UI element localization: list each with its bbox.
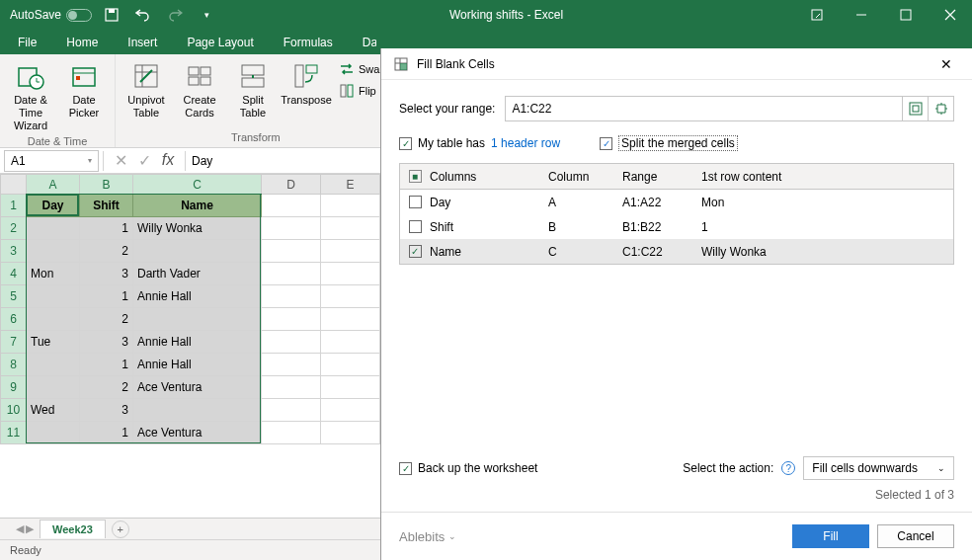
cell[interactable]: [133, 308, 262, 331]
cell[interactable]: [262, 331, 321, 354]
expand-range-icon[interactable]: [928, 97, 953, 120]
cell[interactable]: [27, 285, 80, 308]
row-header[interactable]: 10: [1, 399, 27, 422]
col-header[interactable]: A: [27, 175, 80, 195]
cell[interactable]: [27, 354, 80, 376]
tab-home[interactable]: Home: [52, 31, 112, 54]
cancel-button[interactable]: Cancel: [877, 524, 954, 548]
tab-file[interactable]: File: [4, 31, 50, 54]
cell[interactable]: Mon: [27, 263, 80, 285]
cell[interactable]: [27, 422, 80, 444]
cell[interactable]: Darth Vader: [133, 263, 262, 285]
cell[interactable]: Wed: [27, 399, 80, 422]
range-input[interactable]: [505, 96, 954, 121]
ribbon-options-icon[interactable]: [794, 0, 839, 30]
checkbox-unchecked-icon[interactable]: [409, 196, 422, 208]
cell[interactable]: [133, 399, 262, 422]
cell[interactable]: 1: [80, 422, 133, 444]
maximize-icon[interactable]: [883, 0, 928, 30]
close-icon[interactable]: [928, 0, 972, 30]
date-time-wizard-button[interactable]: Date & Time Wizard: [6, 58, 55, 133]
table-row[interactable]: Day A A1:A22 Mon: [400, 190, 953, 214]
sheet-nav-prev-icon[interactable]: ◀: [16, 522, 24, 535]
col-header[interactable]: C: [133, 175, 262, 195]
cell[interactable]: [133, 240, 262, 263]
cell[interactable]: [321, 195, 380, 217]
cell[interactable]: [27, 240, 80, 263]
row-header[interactable]: 6: [1, 308, 27, 331]
fill-button[interactable]: Fill: [792, 524, 869, 548]
cell[interactable]: Ace Ventura: [133, 422, 262, 444]
cell[interactable]: [262, 354, 321, 376]
add-sheet-icon[interactable]: +: [112, 520, 129, 538]
date-picker-button[interactable]: Date Picker: [59, 58, 109, 120]
cell[interactable]: [321, 285, 380, 308]
autosave-toggle[interactable]: AutoSave: [10, 8, 92, 22]
cell[interactable]: Day: [27, 195, 80, 217]
cell[interactable]: 2: [80, 308, 133, 331]
cell[interactable]: 2: [80, 376, 133, 399]
cell[interactable]: 3: [80, 331, 133, 354]
cell[interactable]: 1: [80, 217, 133, 240]
cell[interactable]: Annie Hall: [133, 331, 262, 354]
split-merged-checkbox[interactable]: ✓ Split the merged cells: [600, 135, 738, 151]
cell[interactable]: 3: [80, 263, 133, 285]
cell[interactable]: [27, 376, 80, 399]
fx-icon[interactable]: fx: [157, 151, 179, 170]
table-row[interactable]: Shift B B1:B22 1: [400, 214, 953, 239]
cell[interactable]: Tue: [27, 331, 80, 354]
cell[interactable]: [262, 399, 321, 422]
cell[interactable]: [262, 263, 321, 285]
cell[interactable]: [27, 217, 80, 240]
unpivot-table-button[interactable]: Unpivot Table: [122, 58, 171, 120]
row-header[interactable]: 7: [1, 331, 27, 354]
create-cards-button[interactable]: Create Cards: [175, 58, 224, 120]
cell[interactable]: Annie Hall: [133, 285, 262, 308]
qat-dropdown-icon[interactable]: ▾: [195, 3, 218, 27]
enter-formula-icon[interactable]: ✓: [133, 151, 155, 170]
tab-page-layout[interactable]: Page Layout: [173, 31, 267, 54]
cell[interactable]: Ace Ventura: [133, 376, 262, 399]
cell[interactable]: [262, 195, 321, 217]
cancel-formula-icon[interactable]: ✕: [110, 151, 131, 170]
col-header[interactable]: D: [262, 175, 321, 195]
tab-formulas[interactable]: Formulas: [270, 31, 347, 54]
select-all-corner[interactable]: [1, 175, 27, 195]
cell[interactable]: [321, 354, 380, 376]
cell[interactable]: [262, 376, 321, 399]
cell[interactable]: [262, 308, 321, 331]
undo-icon[interactable]: [131, 3, 155, 27]
header-row-checkbox[interactable]: ✓ My table has 1 header row: [399, 135, 560, 151]
cell[interactable]: [262, 285, 321, 308]
row-header[interactable]: 4: [1, 263, 27, 285]
backup-checkbox[interactable]: ✓ Back up the worksheet: [399, 461, 537, 475]
cell[interactable]: Annie Hall: [133, 354, 262, 376]
checkbox-mixed-icon[interactable]: ■: [409, 170, 422, 183]
row-header[interactable]: 3: [1, 240, 27, 263]
row-header[interactable]: 1: [1, 195, 27, 217]
cell[interactable]: [262, 422, 321, 444]
cell[interactable]: [27, 308, 80, 331]
cell[interactable]: 1: [80, 354, 133, 376]
cell[interactable]: 1: [80, 285, 133, 308]
cell[interactable]: Shift: [80, 195, 133, 217]
help-icon[interactable]: ?: [781, 461, 795, 475]
cell[interactable]: [321, 217, 380, 240]
row-header[interactable]: 5: [1, 285, 27, 308]
cell[interactable]: [262, 240, 321, 263]
cell[interactable]: [321, 263, 380, 285]
save-icon[interactable]: [100, 3, 123, 27]
tab-data[interactable]: Dat…: [349, 31, 376, 54]
cell[interactable]: [321, 399, 380, 422]
checkbox-unchecked-icon[interactable]: [409, 220, 422, 233]
row-header[interactable]: 8: [1, 354, 27, 376]
row-header[interactable]: 9: [1, 376, 27, 399]
dialog-close-icon[interactable]: ✕: [932, 50, 960, 78]
col-header[interactable]: B: [80, 175, 133, 195]
cell[interactable]: 3: [80, 399, 133, 422]
table-row[interactable]: ✓ Name C C1:C22 Willy Wonka: [400, 239, 953, 264]
cell[interactable]: Willy Wonka: [133, 217, 262, 240]
row-header[interactable]: 2: [1, 217, 27, 240]
select-range-icon[interactable]: [902, 97, 928, 120]
range-field[interactable]: [506, 97, 902, 120]
